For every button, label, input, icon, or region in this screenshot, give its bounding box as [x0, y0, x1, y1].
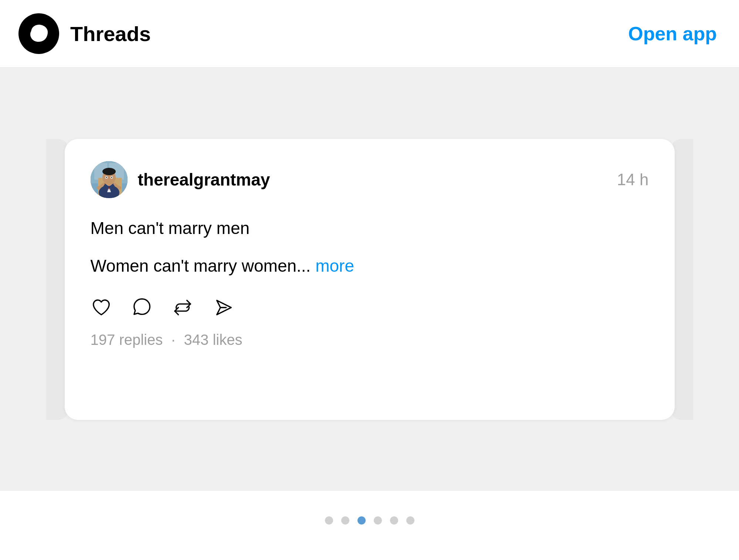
svg-point-12	[102, 168, 116, 175]
post-text: Men can't marry men Women can't marry wo…	[91, 216, 649, 278]
post-card: therealgrantmay 14 h Men can't marry men…	[65, 139, 675, 420]
pagination-dot-2[interactable]	[341, 516, 349, 525]
post-stats: 197 replies · 343 likes	[91, 332, 649, 348]
cards-container: therealgrantmay 14 h Men can't marry men…	[0, 90, 739, 469]
avatar	[91, 161, 128, 198]
header-left: Threads	[18, 13, 151, 54]
threads-logo-icon	[27, 21, 51, 46]
likes-count: 343 likes	[184, 332, 243, 348]
share-icon	[213, 297, 234, 318]
share-button[interactable]	[213, 297, 234, 318]
post-content: Men can't marry men Women can't marry wo…	[91, 216, 649, 278]
pagination-dot-5[interactable]	[390, 516, 398, 525]
post-actions	[91, 297, 649, 318]
more-link[interactable]: more	[315, 256, 354, 275]
svg-point-19	[97, 186, 101, 190]
pagination-dot-6[interactable]	[406, 516, 414, 525]
post-line-2-text: Women can't marry women...	[91, 256, 311, 275]
pagination	[0, 491, 739, 550]
like-button[interactable]	[91, 297, 112, 318]
post-username[interactable]: therealgrantmay	[138, 170, 270, 190]
avatar-image	[91, 161, 128, 198]
app-header: Threads Open app	[0, 0, 739, 68]
stats-separator: ·	[171, 332, 175, 348]
post-line-1: Men can't marry men	[91, 216, 649, 241]
post-timestamp: 14 h	[617, 170, 649, 189]
replies-count: 197 replies	[91, 332, 163, 348]
avatar-svg	[91, 161, 128, 198]
repost-button[interactable]	[172, 297, 193, 318]
content-area: therealgrantmay 14 h Men can't marry men…	[0, 68, 739, 491]
comment-icon	[131, 297, 153, 318]
pagination-dot-4[interactable]	[374, 516, 382, 525]
pagination-dot-1[interactable]	[325, 516, 333, 525]
repost-icon	[172, 297, 193, 318]
open-app-button[interactable]: Open app	[628, 23, 717, 45]
app-title: Threads	[70, 22, 151, 46]
post-header: therealgrantmay 14 h	[91, 161, 649, 198]
threads-logo	[18, 13, 59, 54]
svg-point-20	[118, 186, 121, 190]
svg-point-15	[106, 177, 107, 178]
pagination-dot-3[interactable]	[357, 516, 366, 525]
post-line-2: Women can't marry women... more	[91, 254, 649, 278]
reply-button[interactable]	[131, 297, 153, 318]
svg-point-16	[111, 177, 112, 178]
heart-icon	[91, 297, 112, 318]
post-user: therealgrantmay	[91, 161, 270, 198]
